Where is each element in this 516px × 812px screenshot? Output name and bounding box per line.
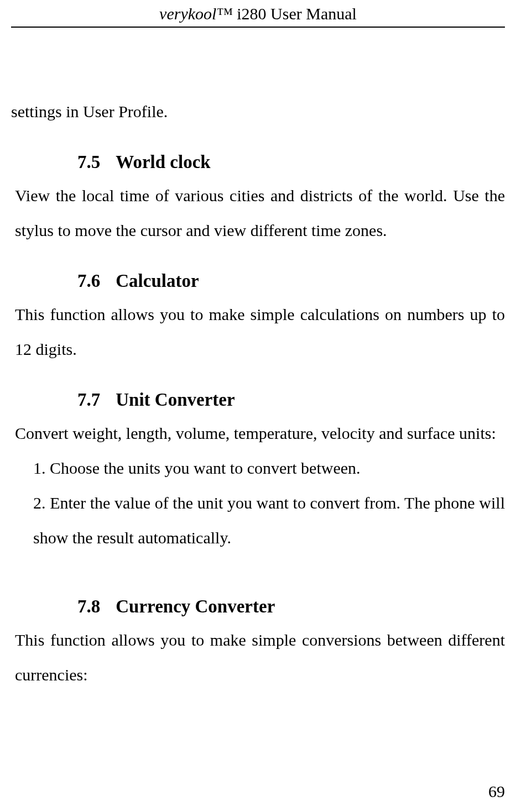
intro-fragment: settings in User Profile. [11, 94, 505, 129]
list-num: 2. [33, 494, 46, 512]
list-num: 1. [33, 459, 46, 477]
heading-calculator: 7.6Calculator [11, 271, 505, 291]
list-text: Choose the units you want to convert bet… [50, 459, 361, 477]
heading-title: Currency Converter [116, 596, 275, 616]
heading-num: 7.5 [77, 152, 100, 172]
heading-world-clock: 7.5World clock [11, 152, 505, 172]
heading-title: Calculator [116, 271, 199, 291]
heading-num: 7.7 [77, 390, 100, 410]
heading-title: World clock [116, 152, 210, 172]
list-item: 1. Choose the units you want to convert … [11, 450, 505, 485]
list-text: Enter the value of the unit you want to … [33, 494, 505, 547]
page-content: settings in User Profile. 7.5World clock… [11, 28, 505, 692]
page-header: verykool™ i280 User Manual [11, 0, 505, 28]
page-number: 69 [488, 782, 505, 801]
heading-num: 7.8 [77, 596, 100, 617]
body-currency-converter: This function allows you to make simple … [11, 622, 505, 692]
heading-currency-converter: 7.8Currency Converter [11, 596, 505, 617]
body-world-clock: View the local time of various cities an… [11, 178, 505, 248]
heading-unit-converter: 7.7Unit Converter [11, 390, 505, 410]
body-unit-converter: Convert weight, length, volume, temperat… [11, 416, 505, 450]
header-brand-italic: verykool™ [159, 4, 233, 23]
body-calculator: This function allows you to make simple … [11, 297, 505, 366]
heading-title: Unit Converter [116, 390, 234, 410]
heading-num: 7.6 [77, 271, 100, 291]
list-item: 2. Enter the value of the unit you want … [11, 485, 505, 555]
header-brand-rest: i280 User Manual [233, 4, 357, 23]
